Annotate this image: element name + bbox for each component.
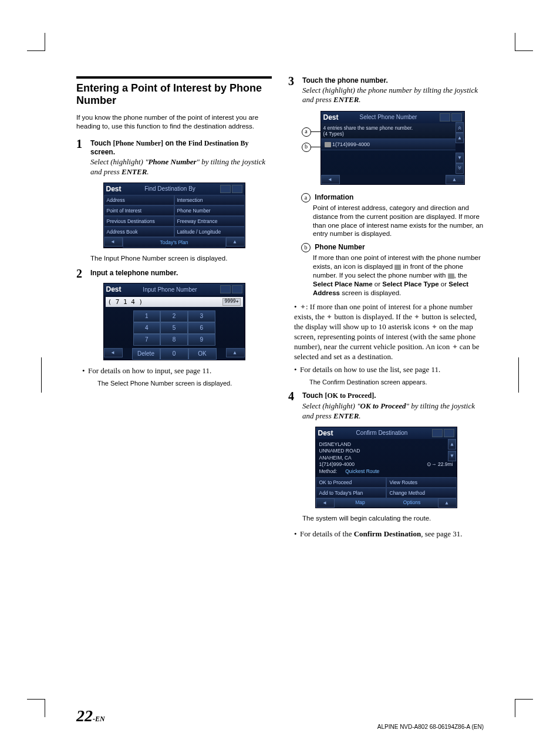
screen-title: Input Phone Number xyxy=(122,286,219,293)
key-6[interactable]: 6 xyxy=(188,322,215,334)
key-5[interactable]: 5 xyxy=(160,322,188,334)
list-icon xyxy=(394,265,401,270)
menu-lat-lon[interactable]: Latitude / Longitude xyxy=(174,227,245,237)
key-8[interactable]: 8 xyxy=(160,334,188,346)
keypad: 1 2 3 4 5 6 7 8 9 xyxy=(133,310,215,346)
key-9[interactable]: 9 xyxy=(188,334,215,346)
scroll-bar[interactable] xyxy=(456,122,464,174)
find-destination-by-screen: Dest Find Destination By Address Interse… xyxy=(103,183,245,248)
key-0[interactable]: 0 xyxy=(160,348,188,360)
up-button[interactable] xyxy=(446,175,464,184)
step-3: 3 Touch the phone number. Select (highli… xyxy=(288,76,484,105)
options-button[interactable]: Options xyxy=(386,498,438,508)
map-button[interactable]: Map xyxy=(335,498,386,508)
step-4-bullet: •For details of the Confirm Destination,… xyxy=(294,529,484,539)
menu-previous[interactable]: Previous Destinations xyxy=(104,216,174,227)
header-icon xyxy=(220,285,231,293)
callout-b-body: If more than one point of interest with … xyxy=(313,254,484,298)
menu-intersection[interactable]: Intersection xyxy=(174,195,245,205)
select-phone-number-screen-wrap: a b Dest Select Phone Number 4 entries s… xyxy=(304,111,468,185)
step-1-after: The Input Phone Number screen is display… xyxy=(90,254,272,263)
up-button[interactable] xyxy=(226,237,245,246)
menu-freeway[interactable]: Freeway Entrance xyxy=(174,216,245,227)
up-button[interactable] xyxy=(226,348,245,357)
screen-title: Find Destination By xyxy=(122,185,219,192)
scroll-bottom-icon[interactable] xyxy=(456,163,464,174)
ok-to-proceed-button[interactable]: OK to Proceed xyxy=(316,477,386,488)
ok-key[interactable]: OK xyxy=(188,348,217,360)
key-1[interactable]: 1 xyxy=(133,310,161,322)
menu-phone-number[interactable]: Phone Number xyxy=(174,205,245,216)
back-button[interactable] xyxy=(316,498,335,508)
list-bullet: •For details on how to use the list, see… xyxy=(294,365,484,375)
callout-a-body: Point of interest address, category and … xyxy=(313,204,484,239)
input-phone-number-screen: Dest Input Phone Number ( 7 1 4 ) 9999+ … xyxy=(103,283,245,360)
delete-key[interactable]: Delete xyxy=(132,348,160,360)
header-icon xyxy=(444,429,454,437)
menu-address-book[interactable]: Address Book xyxy=(104,227,174,237)
phone-list-item[interactable]: 1(714)999-4000 xyxy=(321,138,464,150)
header-icon xyxy=(440,113,450,121)
scroll-up-icon[interactable] xyxy=(448,439,456,450)
callout-b: b Phone Number xyxy=(301,243,484,252)
callout-a-marker: a xyxy=(302,127,311,137)
callout-a: a Information xyxy=(301,193,484,202)
page-number: 22-EN xyxy=(76,707,105,725)
step-number: 1 xyxy=(76,137,82,151)
footer-text: ALPINE NVD-A802 68-06194Z86-A (EN) xyxy=(377,724,484,730)
add-today-button[interactable]: Add to Today's Plan xyxy=(316,488,386,498)
intro-text: If you know the phone number of the poin… xyxy=(76,113,272,131)
step-number: 3 xyxy=(288,75,294,88)
screen-dest-label: Dest xyxy=(318,429,333,437)
screen-dest-label: Dest xyxy=(106,285,122,293)
step-4-after: The system will begin calculating the ro… xyxy=(302,514,484,523)
star-icon xyxy=(452,342,458,351)
info-bar: 4 entries share the same phone number. (… xyxy=(321,123,464,138)
phone-entry-field: ( 7 1 4 ) 9999+ xyxy=(106,297,243,307)
header-icon xyxy=(232,185,242,193)
key-3[interactable]: 3 xyxy=(188,310,215,322)
screen-dest-label: Dest xyxy=(106,185,122,193)
key-2[interactable]: 2 xyxy=(160,310,188,322)
header-icon xyxy=(451,113,462,121)
header-icon xyxy=(432,429,443,437)
up-button[interactable] xyxy=(438,498,457,508)
scroll-down-icon[interactable] xyxy=(456,153,464,163)
scroll-down-icon[interactable] xyxy=(448,451,456,461)
star-icon xyxy=(414,312,420,321)
star-bullet: •: If more than one point of interest fo… xyxy=(294,302,484,362)
change-method-button[interactable]: Change Method xyxy=(386,488,457,498)
header-icon xyxy=(232,285,242,293)
screen-title: Confirm Destination xyxy=(333,430,431,436)
step-1-title: Touch [Phone Number] on the Find Destina… xyxy=(90,139,272,156)
step-number: 4 xyxy=(288,390,294,403)
callout-b-marker: b xyxy=(302,143,311,152)
step-2-bullet: •For details on how to input, see page 1… xyxy=(82,366,272,376)
menu-address[interactable]: Address xyxy=(104,195,174,205)
section-title: Entering a Point of Interest by Phone Nu… xyxy=(76,76,272,106)
back-button[interactable] xyxy=(104,237,123,246)
step-4: 4 Touch [OK to Proceed]. Select (highlig… xyxy=(288,391,484,421)
scroll-top-icon[interactable] xyxy=(456,122,464,133)
step-1-italic: Select (highlight) "Phone Number" by til… xyxy=(90,157,272,177)
confirm-destination-screen: Dest Confirm Destination DISNEYLAND UNNA… xyxy=(315,427,457,508)
view-routes-button[interactable]: View Routes xyxy=(386,477,457,488)
list-icon xyxy=(325,142,331,147)
star-icon xyxy=(326,312,332,321)
star-icon xyxy=(431,322,437,331)
menu-poi[interactable]: Point of Interest xyxy=(104,205,174,216)
todays-plan-button[interactable]: Today's Plan xyxy=(123,237,226,248)
header-icon xyxy=(220,185,231,193)
scroll-bar[interactable] xyxy=(448,439,456,461)
screen-dest-label: Dest xyxy=(323,113,339,121)
key-4[interactable]: 4 xyxy=(133,322,161,334)
step-3-italic: Select (highlight) the phone number by t… xyxy=(302,86,484,105)
step-2-title: Input a telephone number. xyxy=(90,269,272,277)
list-after: The Confirm Destination screen appears. xyxy=(309,379,484,386)
list-icon xyxy=(448,273,454,279)
step-number: 2 xyxy=(76,267,82,281)
back-button[interactable] xyxy=(321,175,340,184)
key-7[interactable]: 7 xyxy=(133,334,161,346)
scroll-up-icon[interactable] xyxy=(456,133,464,143)
back-button[interactable] xyxy=(104,348,123,357)
